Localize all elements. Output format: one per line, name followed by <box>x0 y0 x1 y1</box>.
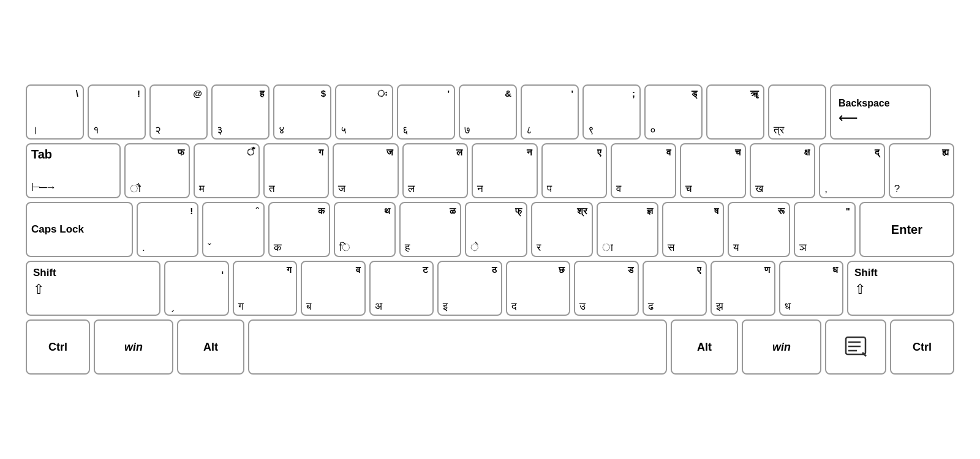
key-w[interactable]: ँ म <box>194 143 259 198</box>
key-bracket-r[interactable]: ह्य ? <box>889 143 954 198</box>
key-win-right[interactable]: win <box>742 319 821 375</box>
key-3[interactable]: ह ३ <box>211 84 270 140</box>
key-v[interactable]: ट अ <box>369 261 434 316</box>
key-t[interactable]: ल ल <box>402 143 468 198</box>
key-menu[interactable] <box>825 319 886 375</box>
key-8[interactable]: ' ८ <box>521 84 579 140</box>
key-shift-right[interactable]: Shift ⇧ <box>847 261 954 316</box>
key-n[interactable]: छ द <box>506 261 571 316</box>
key-r[interactable]: ज ज <box>333 143 398 198</box>
key-4[interactable]: $ ४ <box>273 84 331 140</box>
key-row-3: Caps Lock ! . ˆ ˇ क क थ ि ळ ह फ् े श्र र <box>26 202 954 257</box>
key-h[interactable]: फ् े <box>465 202 527 257</box>
key-tab[interactable]: Tab ⊢─→ <box>26 143 121 198</box>
key-alt-left[interactable]: Alt <box>177 319 244 375</box>
key-row-2: Tab ⊢─→ फ ौ ँ म ग त ज ज ल ल न न ए <box>26 143 954 198</box>
key-k[interactable]: ज्ञ ा <box>597 202 658 257</box>
key-0[interactable]: ड् ० <box>644 84 703 140</box>
key-backspace[interactable]: Backspace ⟵ <box>830 84 931 140</box>
menu-icon <box>843 336 868 358</box>
key-6[interactable]: ' ६ <box>397 84 455 140</box>
key-e[interactable]: ग त <box>263 143 329 198</box>
key-s[interactable]: ˆ ˇ <box>202 202 264 257</box>
key-f[interactable]: थ ि <box>334 202 396 257</box>
key-x[interactable]: ग ग <box>233 261 298 316</box>
key-ctrl-left[interactable]: Ctrl <box>26 319 90 375</box>
key-5[interactable]: ः ५ <box>335 84 393 140</box>
key-l[interactable]: ष स <box>662 202 724 257</box>
key-q[interactable]: फ ौ <box>124 143 190 198</box>
key-bracket-l[interactable]: द् , <box>819 143 884 198</box>
key-b[interactable]: ठ इ <box>437 261 502 316</box>
key-1[interactable]: ! १ <box>88 84 146 140</box>
key-j[interactable]: श्र र <box>531 202 593 257</box>
keyboard: \ । ! १ @ २ ह ३ $ ४ ः ५ ' ६ & ७ <box>12 73 968 386</box>
key-u[interactable]: ए प <box>541 143 607 198</box>
key-comma[interactable]: ए ढ <box>643 261 707 316</box>
key-m[interactable]: ड उ <box>574 261 639 316</box>
key-win-left[interactable]: win <box>94 319 173 375</box>
key-enter[interactable]: Enter <box>859 202 954 257</box>
key-row-4: Shift ⇧ ˌ ˏ ग ग व ब ट अ ठ इ छ द ड उ <box>26 261 954 316</box>
key-equal[interactable]: त्र <box>768 84 826 140</box>
key-2[interactable]: @ २ <box>149 84 208 140</box>
key-slash[interactable]: ध ध <box>779 261 844 316</box>
key-period[interactable]: ण झ <box>710 261 775 316</box>
key-space[interactable] <box>248 319 667 375</box>
key-capslock[interactable]: Caps Lock <box>26 202 133 257</box>
key-p[interactable]: क्ष ख <box>750 143 815 198</box>
key-semicolon[interactable]: रू य <box>728 202 790 257</box>
key-z[interactable]: ˌ ˏ <box>164 261 229 316</box>
key-a[interactable]: ! . <box>137 202 198 257</box>
key-quote[interactable]: " ञ <box>794 202 856 257</box>
key-g[interactable]: ळ ह <box>399 202 461 257</box>
key-row-1: \ । ! १ @ २ ह ३ $ ४ ः ५ ' ६ & ७ <box>26 84 954 140</box>
key-backtick[interactable]: \ । <box>26 84 84 140</box>
key-c[interactable]: व ब <box>301 261 366 316</box>
key-7[interactable]: & ७ <box>459 84 517 140</box>
key-o[interactable]: च च <box>680 143 745 198</box>
key-ctrl-right[interactable]: Ctrl <box>890 319 954 375</box>
key-minus[interactable]: ॠ <box>706 84 764 140</box>
key-shift-left[interactable]: Shift ⇧ <box>26 261 160 316</box>
key-alt-right[interactable]: Alt <box>671 319 738 375</box>
key-9[interactable]: ; ९ <box>582 84 641 140</box>
key-i[interactable]: व व <box>611 143 676 198</box>
key-row-5: Ctrl win Alt Alt win Ctrl <box>26 319 954 375</box>
key-d[interactable]: क क <box>268 202 330 257</box>
key-y[interactable]: न न <box>472 143 537 198</box>
